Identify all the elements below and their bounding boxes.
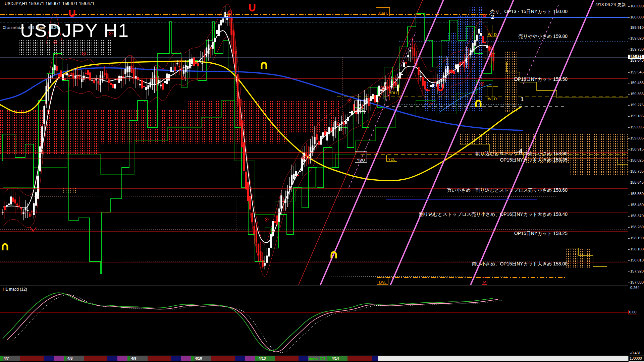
axis-tick xyxy=(628,194,630,194)
timeline-segment xyxy=(181,356,191,361)
period-level-box-ydc: YDC xyxy=(354,101,366,112)
macd-axis-label: 0.264 xyxy=(630,286,640,290)
price-axis-label: 159.910 xyxy=(630,25,644,29)
macd-on-indicator: macd ON xyxy=(309,356,325,360)
symbol-ohlc-readout: USDJPY,H1 159.671 159.671 159.671 159.67… xyxy=(5,1,95,6)
chart-watermark-title: USDJPY H1 xyxy=(20,19,129,41)
period-level-box-lwl: LWL xyxy=(377,278,388,285)
trend-channel-line xyxy=(523,5,558,84)
order-level-annotation: OP15日NYカット 158.25 xyxy=(514,231,568,237)
buy-signal-arrow-icon xyxy=(262,63,266,69)
timeline-segment xyxy=(148,356,171,361)
timeline-segment xyxy=(20,356,44,361)
order-level-annotation: 売りやや小さめ 159.80 xyxy=(519,34,568,40)
axis-tick xyxy=(628,249,630,250)
price-axis-label: 158.460 xyxy=(630,203,644,207)
scale-readout: 130000 xyxy=(629,356,644,362)
timeline-segment xyxy=(44,356,54,361)
timeline-segment xyxy=(372,356,378,361)
timeline-segment xyxy=(107,356,117,361)
price-axis-label: 157.920 xyxy=(630,269,644,273)
timeline-segment xyxy=(255,356,258,361)
period-level-box-m: M xyxy=(482,278,487,285)
price-axis-label: 158.915 xyxy=(630,147,644,151)
ichimoku-cloud-orange xyxy=(62,187,76,193)
timeline-segment xyxy=(245,356,255,361)
price-axis-label: 157.830 xyxy=(630,280,644,284)
order-level-annotation: 買い小さめ、OP15日NYカット大きめ 158.00 xyxy=(471,261,568,267)
axis-tick xyxy=(628,116,630,117)
period-level-box-d: D xyxy=(493,86,498,101)
sell-signal-arrow-icon xyxy=(70,10,74,16)
ichimoku-cloud-red xyxy=(0,101,339,155)
period-level-box-d: D xyxy=(493,25,498,37)
price-axis[interactable]: 160.090160.000159.910159.820159.730159.6… xyxy=(628,0,644,362)
timeline-date-label: 4/13 xyxy=(259,356,266,360)
timeline-segment xyxy=(54,356,64,361)
macd-main-line xyxy=(3,293,493,351)
trend-channel-line xyxy=(299,0,423,285)
price-axis-label: 158.370 xyxy=(630,214,644,218)
timeline-segment xyxy=(275,356,299,361)
candle-circle-marker xyxy=(265,218,268,221)
macd-canvas xyxy=(0,286,628,355)
period-level-box-m: M xyxy=(482,5,487,18)
order-level-annotation: OP15日NYカット大きめ 158.85 xyxy=(500,157,568,163)
macd-signal-line xyxy=(13,295,503,353)
order-level-annotation: 買い小さめ・割り込むとストップロス売り小さめ 158.60 xyxy=(447,187,568,193)
price-axis-label: 159.545 xyxy=(630,70,644,74)
timeline-segment xyxy=(347,356,372,361)
timeline-segment xyxy=(64,356,66,361)
main-chart-canvas[interactable] xyxy=(0,0,628,285)
timeline-segment xyxy=(191,356,194,361)
axis-tick xyxy=(628,17,630,18)
price-axis-label: 159.095 xyxy=(630,125,644,129)
timeline-segment xyxy=(327,356,331,361)
axis-tick xyxy=(628,94,630,95)
period-level-box-ydh: YDH xyxy=(387,84,399,95)
axis-tick xyxy=(628,283,630,283)
price-axis-label: 160.090 xyxy=(630,4,644,8)
horizontal-scrollbar[interactable] xyxy=(378,356,628,361)
axis-tick xyxy=(628,238,630,239)
price-axis-label: 158.645 xyxy=(630,180,644,184)
order-level-annotation: OP16日NYカット 159.50 xyxy=(514,76,568,82)
macd-zero-tag: 0.00 xyxy=(628,310,637,314)
price-axis-label: 160.000 xyxy=(630,15,644,19)
timeline-segment xyxy=(299,356,308,361)
period-level-box-w: W xyxy=(487,25,492,37)
price-axis-label: 158.735 xyxy=(630,169,644,173)
timeline-date-label: 4/14 xyxy=(332,356,339,360)
axis-tick xyxy=(628,28,630,28)
sell-signal-arrow-icon xyxy=(250,4,255,11)
axis-tick xyxy=(628,161,630,161)
timeline-segment xyxy=(235,356,245,361)
last-update-time: 4/13 06:24 更新 xyxy=(595,2,626,8)
price-axis-label: 158.100 xyxy=(630,247,644,251)
wave-number-label: 1 xyxy=(521,97,524,103)
mt4-chart-window: { "header": { "symbol_line": "USDJPY,H1 … xyxy=(0,0,644,362)
price-axis-label: 159.275 xyxy=(630,103,644,107)
axis-tick xyxy=(628,127,630,128)
period-level-box-lwh: LWH xyxy=(376,7,390,16)
axis-tick xyxy=(628,172,630,172)
buy-signal-arrow-icon xyxy=(3,244,7,250)
axis-tick xyxy=(628,50,630,50)
order-level-annotation: 割り込むとストップロス売り小さめ、OP16日NYカット大きめ 158.40 xyxy=(419,212,568,218)
timeline-segment xyxy=(84,356,107,361)
axis-tick xyxy=(628,183,630,183)
axis-tick xyxy=(628,149,630,150)
timeline-segment xyxy=(0,356,3,361)
timeline-segment xyxy=(211,356,235,361)
price-axis-label: 158.190 xyxy=(630,236,644,240)
timeline-date-label: 4/8 xyxy=(67,356,72,360)
price-axis-label: 158.550 xyxy=(630,192,644,196)
current-price-tag: 159.671 xyxy=(628,55,644,59)
timeline-date-label: 4/10 xyxy=(195,356,202,360)
axis-tick xyxy=(628,260,630,261)
price-axis-label: 159.005 xyxy=(630,136,644,140)
macd-indicator-label: H1 macd (12) xyxy=(3,287,27,292)
axis-tick xyxy=(628,6,630,7)
time-axis-strip[interactable]: 4/74/84/94/104/13macd ON4/14 xyxy=(0,356,628,361)
period-level-box-w: W xyxy=(487,86,492,101)
